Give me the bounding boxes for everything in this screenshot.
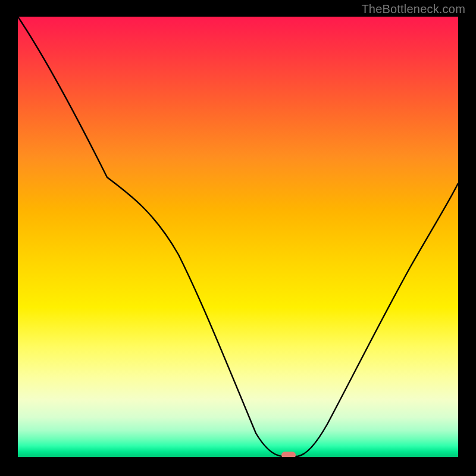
chart-svg <box>18 17 458 457</box>
frame-right <box>458 0 476 476</box>
watermark-text: TheBottleneck.com <box>361 2 465 16</box>
bottleneck-curve-path <box>18 17 458 456</box>
frame-left <box>0 0 18 476</box>
frame-bottom <box>0 457 476 476</box>
bottleneck-chart: TheBottleneck.com <box>0 0 476 476</box>
